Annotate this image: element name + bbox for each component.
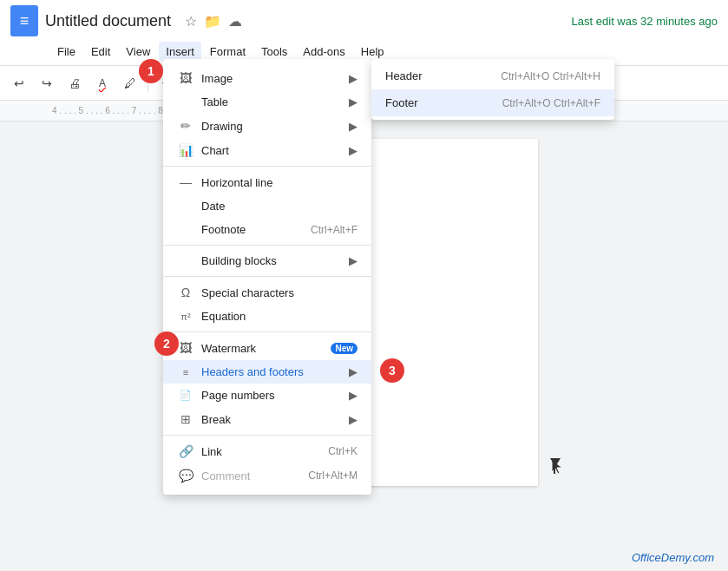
equation-icon: π²: [177, 312, 194, 322]
footer-label: Footer: [385, 96, 418, 109]
image-icon: 🖼: [177, 71, 194, 85]
submenu-item-footer[interactable]: Footer Ctrl+Alt+O Ctrl+Alt+F: [371, 89, 614, 116]
drawing-arrow: ▶: [349, 120, 357, 133]
badge-1: 1: [139, 59, 163, 83]
blocks-label: Building blocks: [201, 254, 349, 267]
doc-title[interactable]: Untitled document: [45, 12, 171, 30]
undo-button[interactable]: ↩: [7, 71, 31, 95]
menu-item-date[interactable]: Date: [163, 194, 371, 218]
menu-item-building-blocks[interactable]: Building blocks ▶: [163, 249, 371, 272]
chart-label: Chart: [201, 144, 349, 157]
special-chars-label: Special characters: [201, 286, 357, 299]
special-chars-icon: Ω: [177, 286, 194, 299]
headers-footers-submenu: Header Ctrl+Alt+O Ctrl+Alt+H Footer Ctrl…: [371, 59, 614, 120]
doc-icons: ☆ 📁 ☁: [185, 13, 242, 30]
comment-menu-icon: 💬: [177, 469, 194, 482]
insert-menu: 🖼 Image ▶ Table ▶ ✏ Drawing ▶ 📊 Chart ▶ …: [163, 59, 371, 495]
app-icon: [10, 5, 38, 36]
image-label: Image: [201, 72, 349, 85]
menu-item-table[interactable]: Table ▶: [163, 90, 371, 114]
watermark-label: Watermark: [201, 342, 324, 355]
cloud-icon[interactable]: ☁: [228, 13, 242, 30]
menu-item-watermark[interactable]: 🖼 Watermark New: [163, 336, 371, 360]
last-edit: Last edit was 32 minutes ago: [572, 15, 718, 28]
link-shortcut: Ctrl+K: [328, 445, 357, 457]
menu-item-drawing[interactable]: ✏ Drawing ▶: [163, 114, 371, 138]
menu-section-media: 🖼 Image ▶ Table ▶ ✏ Drawing ▶ 📊 Chart ▶: [163, 62, 371, 167]
drawing-label: Drawing: [201, 120, 349, 133]
submenu-item-header[interactable]: Header Ctrl+Alt+O Ctrl+Alt+H: [371, 62, 614, 89]
badge-3: 3: [380, 358, 404, 383]
headers-icon: ≡: [177, 367, 194, 377]
menu-item-headers-footers[interactable]: ≡ Headers and footers ▶: [163, 360, 371, 384]
menu-item-page-numbers[interactable]: 📄 Page numbers ▶: [163, 384, 371, 407]
menu-section-layout: 🖼 Watermark New ≡ Headers and footers ▶ …: [163, 332, 371, 436]
image-arrow: ▶: [349, 72, 357, 85]
chart-arrow: ▶: [349, 144, 357, 157]
blocks-arrow: ▶: [349, 254, 357, 267]
break-label: Break: [201, 413, 349, 426]
header-label: Header: [385, 69, 423, 82]
menu-edit[interactable]: Edit: [84, 42, 117, 62]
footer-shortcut: Ctrl+Alt+O Ctrl+Alt+F: [502, 97, 600, 109]
footnote-label: Footnote: [201, 223, 304, 236]
table-arrow: ▶: [349, 95, 357, 108]
menu-item-link[interactable]: 🔗 Link Ctrl+K: [163, 439, 371, 463]
link-menu-icon: 🔗: [177, 444, 194, 458]
headers-label: Headers and footers: [201, 365, 349, 378]
page-numbers-label: Page numbers: [201, 389, 349, 402]
date-label: Date: [201, 200, 357, 213]
menu-item-special-chars[interactable]: Ω Special characters: [163, 280, 371, 305]
footnote-shortcut: Ctrl+Alt+F: [311, 224, 357, 236]
menu-section-line: — Horizontal line Date Footnote Ctrl+Alt…: [163, 167, 371, 246]
watermark-text: OfficeDemy.com: [632, 551, 714, 564]
menu-section-chars: Ω Special characters π² Equation: [163, 277, 371, 332]
top-bar: Untitled document ☆ 📁 ☁ Last edit was 32…: [0, 0, 728, 66]
hline-icon: —: [177, 175, 194, 189]
menu-item-break[interactable]: ⊞ Break ▶: [163, 407, 371, 431]
hline-label: Horizontal line: [201, 176, 357, 189]
watermark-icon: 🖼: [177, 341, 194, 355]
cursor: [550, 458, 561, 472]
doc-area: [17, 121, 728, 571]
header-shortcut: Ctrl+Alt+O Ctrl+Alt+H: [501, 70, 600, 82]
break-arrow: ▶: [349, 413, 357, 426]
drawing-icon: ✏: [177, 119, 194, 133]
left-margin: [0, 121, 17, 571]
badge-2: 2: [154, 331, 179, 356]
break-icon: ⊞: [177, 412, 194, 426]
print-button[interactable]: 🖨: [62, 71, 87, 95]
menu-item-chart[interactable]: 📊 Chart ▶: [163, 138, 371, 162]
menu-item-footnote[interactable]: Footnote Ctrl+Alt+F: [163, 218, 371, 241]
menu-file[interactable]: File: [50, 42, 82, 62]
page-numbers-icon: 📄: [177, 390, 194, 401]
menu-item-equation[interactable]: π² Equation: [163, 305, 371, 328]
star-icon[interactable]: ☆: [185, 13, 197, 30]
equation-label: Equation: [201, 310, 357, 323]
page-numbers-arrow: ▶: [349, 389, 357, 402]
spellcheck-button[interactable]: A: [90, 71, 115, 95]
menu-section-misc: 🔗 Link Ctrl+K 💬 Comment Ctrl+Alt+M: [163, 436, 371, 491]
menu-section-blocks: Building blocks ▶: [163, 246, 371, 277]
comment-shortcut: Ctrl+Alt+M: [308, 469, 357, 482]
link-label: Link: [201, 445, 321, 458]
table-label: Table: [201, 95, 349, 108]
menu-item-comment[interactable]: 💬 Comment Ctrl+Alt+M: [163, 463, 371, 488]
comment-label: Comment: [201, 469, 301, 482]
watermark-badge: New: [331, 343, 357, 354]
menu-item-image[interactable]: 🖼 Image ▶: [163, 66, 371, 90]
folder-icon[interactable]: 📁: [204, 13, 221, 30]
chart-icon: 📊: [177, 143, 194, 157]
headers-arrow: ▶: [349, 365, 357, 378]
redo-button[interactable]: ↪: [35, 71, 59, 95]
menu-item-hline[interactable]: — Horizontal line: [163, 170, 371, 194]
